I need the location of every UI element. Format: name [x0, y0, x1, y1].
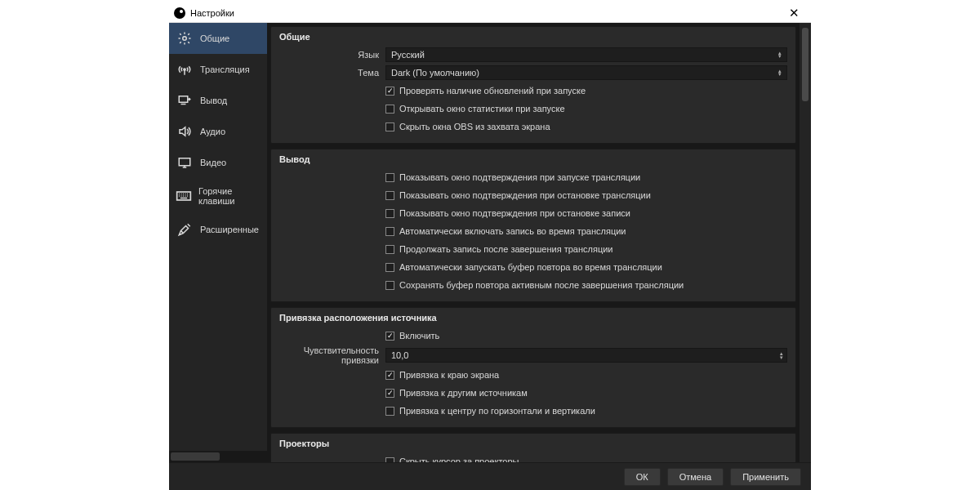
check-snap-center[interactable]: Привязка к центру по горизонтали и верти…: [385, 406, 787, 416]
sidebar-item-stream[interactable]: Трансляция: [169, 54, 267, 85]
check-snap-sources[interactable]: Привязка к другим источникам: [385, 388, 787, 398]
check-hide-obs[interactable]: Скрыть окна OBS из захвата экрана: [385, 122, 787, 131]
caret-icon: ▴▾: [778, 69, 782, 76]
monitor-icon: [176, 155, 194, 170]
tools-icon: [176, 222, 194, 237]
sidebar-item-label: Горячие клавиши: [198, 186, 261, 206]
checkbox-icon: [385, 407, 394, 416]
checkbox-icon: [385, 371, 394, 380]
sidebar-item-label: Аудио: [200, 127, 225, 136]
keyboard-icon: [176, 189, 192, 203]
cancel-button[interactable]: Отмена: [667, 468, 724, 486]
checkbox-icon: [385, 389, 394, 398]
checkbox-icon: [385, 263, 394, 272]
checkbox-icon: [385, 122, 394, 131]
svg-point-0: [183, 37, 187, 41]
output-icon: [176, 93, 194, 108]
check-confirm-stream-stop[interactable]: Показывать окно подтверждения при остано…: [385, 190, 787, 200]
gear-icon: [176, 31, 194, 46]
check-updates[interactable]: Проверять наличие обновлений при запуске: [385, 86, 787, 96]
content-scrollbar[interactable]: [800, 23, 811, 462]
checkbox-icon: [385, 245, 394, 254]
sidebar-item-label: Вывод: [200, 96, 227, 105]
sidebar-item-video[interactable]: Видео: [169, 147, 267, 178]
svg-rect-2: [179, 96, 188, 103]
check-proj-hide-cursor[interactable]: Скрыть курсор за проекторы: [385, 457, 787, 462]
language-select[interactable]: Русский▴▾: [385, 47, 787, 62]
section-general-title: Общие: [279, 32, 787, 42]
section-snapping: Привязка расположения источника Включить…: [270, 307, 796, 428]
theme-label: Тема: [279, 68, 385, 78]
checkbox-icon: [385, 227, 394, 236]
section-output-title: Вывод: [279, 154, 787, 164]
titlebar: Настройки ✕: [169, 3, 811, 23]
checkbox-icon: [385, 281, 394, 290]
language-label: Язык: [279, 50, 385, 60]
close-icon[interactable]: ✕: [782, 6, 806, 20]
window-title: Настройки: [190, 8, 234, 18]
sidebar-scrollbar[interactable]: [169, 451, 267, 462]
check-snap-enable[interactable]: Включить: [385, 331, 787, 341]
caret-icon: ▴▾: [778, 51, 782, 58]
window-body: Общие Трансляция Вывод Аудио Видео Горяч…: [169, 23, 811, 462]
sidebar-item-hotkeys[interactable]: Горячие клавиши: [169, 178, 267, 214]
check-keep-recording[interactable]: Продолжать запись после завершения транс…: [385, 244, 787, 254]
theme-select[interactable]: Dark (По умолчанию)▴▾: [385, 65, 787, 80]
snap-sensitivity-spin[interactable]: 10,0▴▾: [385, 348, 787, 363]
apply-button[interactable]: Применить: [730, 468, 801, 486]
checkbox-icon: [385, 87, 394, 96]
check-keep-replay[interactable]: Сохранять буфер повтора активным после з…: [385, 280, 787, 290]
footer: ОК Отмена Применить: [169, 462, 811, 490]
spinner-arrows-icon[interactable]: ▴▾: [778, 351, 785, 359]
section-output: Вывод Показывать окно подтверждения при …: [270, 149, 796, 302]
snap-sensitivity-label: Чувствительность привязки: [279, 345, 385, 365]
section-general: Общие Язык Русский▴▾ Тема Dark (По умолч…: [270, 26, 796, 144]
content-wrap: Общие Язык Русский▴▾ Тема Dark (По умолч…: [267, 23, 811, 462]
sidebar-item-audio[interactable]: Аудио: [169, 116, 267, 147]
sidebar-item-label: Общие: [200, 33, 229, 43]
speaker-icon: [176, 124, 194, 139]
sidebar-item-label: Видео: [200, 158, 226, 167]
settings-window: Настройки ✕ Общие Трансляция Вывод Аудио: [169, 3, 811, 490]
checkbox-icon: [385, 332, 394, 341]
check-confirm-record-stop[interactable]: Показывать окно подтверждения при остано…: [385, 208, 787, 218]
app-logo-icon: [174, 7, 185, 19]
sidebar-item-label: Трансляция: [200, 65, 250, 74]
checkbox-icon: [385, 209, 394, 218]
section-snapping-title: Привязка расположения источника: [279, 313, 787, 323]
sidebar-item-general[interactable]: Общие: [169, 23, 267, 54]
sidebar-item-label: Расширенные: [200, 225, 259, 234]
section-projectors: Проекторы Скрыть курсор за проекторы Пок…: [270, 433, 796, 462]
svg-rect-3: [179, 158, 190, 166]
antenna-icon: [176, 62, 194, 77]
check-confirm-stream-start[interactable]: Показывать окно подтверждения при запуск…: [385, 172, 787, 182]
check-auto-replay[interactable]: Автоматически запускать буфер повтора во…: [385, 262, 787, 272]
check-open-stats[interactable]: Открывать окно статистики при запуске: [385, 104, 787, 114]
ok-button[interactable]: ОК: [624, 468, 661, 486]
checkbox-icon: [385, 173, 394, 182]
sidebar-item-advanced[interactable]: Расширенные: [169, 214, 267, 245]
check-snap-edge[interactable]: Привязка к краю экрана: [385, 370, 787, 380]
checkbox-icon: [385, 105, 394, 114]
check-auto-record[interactable]: Автоматически включать запись во время т…: [385, 226, 787, 236]
section-projectors-title: Проекторы: [279, 439, 787, 448]
sidebar-item-output[interactable]: Вывод: [169, 85, 267, 116]
sidebar: Общие Трансляция Вывод Аудио Видео Горяч…: [169, 23, 267, 462]
content: Общие Язык Русский▴▾ Тема Dark (По умолч…: [267, 23, 800, 462]
checkbox-icon: [385, 191, 394, 200]
